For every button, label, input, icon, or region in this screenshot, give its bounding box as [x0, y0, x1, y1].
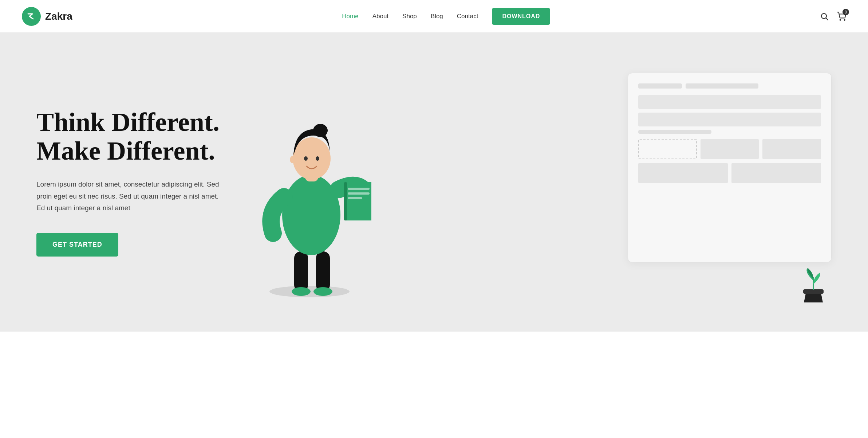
mockup-cell-2	[762, 139, 821, 159]
cart-button[interactable]: 0	[837, 12, 846, 21]
svg-point-17	[313, 124, 328, 137]
svg-point-3	[844, 19, 845, 20]
mockup-panel	[628, 73, 832, 262]
mockup-bar-1	[638, 83, 682, 89]
svg-rect-21	[803, 289, 824, 294]
mockup-grid-bottom	[638, 163, 821, 183]
get-started-button[interactable]: GET STARTED	[36, 233, 118, 257]
person-illustration	[248, 95, 371, 299]
hero-left-content: Think Different. Make Different. Lorem i…	[36, 108, 226, 257]
nav-about[interactable]: About	[372, 13, 388, 20]
mockup-row-1	[638, 95, 821, 109]
mockup-topbar	[638, 83, 821, 89]
svg-point-7	[292, 287, 311, 296]
search-button[interactable]	[820, 12, 829, 21]
mockup-cell-3	[638, 163, 728, 183]
svg-rect-6	[316, 251, 330, 292]
hero-illustration	[226, 58, 839, 306]
nav-home[interactable]: Home	[342, 13, 358, 20]
logo-text: Zakra	[45, 11, 72, 22]
plant-illustration	[799, 266, 828, 302]
main-nav: Home About Shop Blog Contact DOWNLOAD	[342, 8, 550, 25]
svg-point-20	[290, 156, 296, 163]
hero-section: Think Different. Make Different. Lorem i…	[0, 33, 868, 332]
cart-count-badge: 0	[843, 9, 849, 15]
mockup-row-thin	[638, 130, 711, 134]
mockup-cell-dashed	[638, 139, 697, 159]
svg-rect-5	[294, 251, 308, 292]
hero-subtext: Lorem ipsum dolor sit amet, consectetur …	[36, 179, 226, 214]
svg-point-16	[293, 137, 331, 180]
site-header: Zakra Home About Shop Blog Contact DOWNL…	[0, 0, 868, 33]
svg-point-2	[840, 19, 841, 20]
nav-shop[interactable]: Shop	[402, 13, 417, 20]
svg-rect-14	[348, 197, 362, 199]
logo-icon	[22, 7, 41, 26]
nav-blog[interactable]: Blog	[431, 13, 443, 20]
mockup-cell-1	[701, 139, 759, 159]
svg-rect-12	[348, 188, 370, 190]
header-icons: 0	[820, 12, 846, 21]
mockup-bar-2	[686, 83, 758, 89]
svg-line-1	[826, 18, 828, 20]
svg-rect-13	[348, 192, 370, 195]
mockup-cell-4	[731, 163, 821, 183]
mockup-row-2	[638, 113, 821, 126]
search-icon	[820, 12, 829, 21]
svg-rect-11	[344, 182, 347, 220]
logo-area[interactable]: Zakra	[22, 7, 72, 26]
hero-heading: Think Different. Make Different.	[36, 108, 226, 165]
svg-point-18	[304, 156, 308, 161]
mockup-grid-top	[638, 139, 821, 159]
download-button[interactable]: DOWNLOAD	[492, 8, 550, 25]
nav-contact[interactable]: Contact	[457, 13, 478, 20]
svg-point-8	[313, 287, 332, 296]
svg-point-19	[316, 156, 319, 161]
